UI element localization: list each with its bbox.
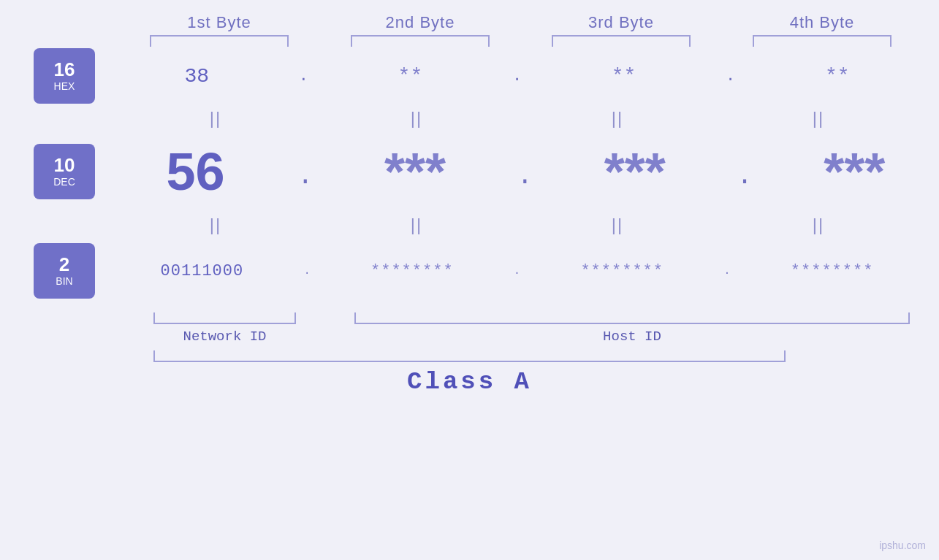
bin-dot-3: . xyxy=(724,265,730,277)
eq1-4: || xyxy=(718,108,919,129)
eq1-3: || xyxy=(517,108,718,129)
eq2-2: || xyxy=(316,215,517,235)
eq-sign-2-2: || xyxy=(411,215,422,235)
dec-dot-3: . xyxy=(737,161,753,202)
byte-headers: 1st Byte 2nd Byte 3rd Byte 4th Byte xyxy=(51,0,939,32)
bin-badge: 2 BIN xyxy=(34,243,95,299)
bin-row: 2 BIN 00111000 . ******** . ******** . *… xyxy=(0,238,939,304)
dec-badge-number: 10 xyxy=(54,156,75,174)
byte-header-2: 2nd Byte xyxy=(320,13,521,32)
full-bracket xyxy=(153,350,786,362)
dec-dot-2: . xyxy=(517,161,533,202)
dec-val-3: *** xyxy=(534,142,735,202)
top-brackets xyxy=(51,35,939,47)
equals-cells-2: || || || || xyxy=(95,215,939,235)
bin-val-4: ******** xyxy=(731,262,932,280)
byte-header-3: 3rd Byte xyxy=(521,13,722,32)
main-container: 1st Byte 2nd Byte 3rd Byte 4th Byte 16 H… xyxy=(0,0,939,560)
bin-badge-number: 2 xyxy=(59,255,69,274)
dec-val-4: *** xyxy=(754,142,939,202)
hex-badge-number: 16 xyxy=(54,60,75,79)
hex-val-1: 38 xyxy=(96,65,297,88)
dec-dot-1: . xyxy=(297,161,313,202)
hex-dot-2: . xyxy=(512,67,522,85)
bin-dot-1: . xyxy=(304,265,310,277)
eq-sign-1-1: || xyxy=(210,108,221,129)
dec-bytes: 56 . *** . *** . *** xyxy=(95,142,939,202)
equals-cells-1: || || || || xyxy=(95,108,939,129)
hex-byte-3: ** xyxy=(523,65,724,88)
eq-sign-1-2: || xyxy=(411,108,422,129)
bin-byte-3: ******** xyxy=(522,262,723,280)
bracket-2 xyxy=(320,35,521,47)
bottom-bracket-lines xyxy=(153,312,939,324)
hex-row: 16 HEX 38 . ** . ** . ** xyxy=(0,47,939,105)
bin-badge-label: BIN xyxy=(56,275,72,287)
class-label: Class A xyxy=(0,368,939,396)
eq1-1: || xyxy=(115,108,316,129)
bin-val-3: ******** xyxy=(522,262,723,280)
dec-byte-2: *** xyxy=(315,142,516,202)
eq1-2: || xyxy=(316,108,517,129)
dec-byte-3: *** xyxy=(534,142,735,202)
byte-header-1: 1st Byte xyxy=(119,13,320,32)
eq-sign-2-3: || xyxy=(612,215,623,235)
hex-dot-3: . xyxy=(726,67,735,85)
eq2-3: || xyxy=(517,215,718,235)
dec-row: 10 DEC 56 . *** . *** . *** xyxy=(0,131,939,212)
eq-sign-1-3: || xyxy=(612,108,623,129)
bin-byte-1: 00111000 xyxy=(102,262,303,280)
bracket-3 xyxy=(521,35,722,47)
hex-val-4: ** xyxy=(737,65,938,88)
bin-byte-2: ******** xyxy=(311,262,512,280)
network-id-label: Network ID xyxy=(153,329,296,345)
hex-dot-1: . xyxy=(299,67,308,85)
dec-badge: 10 DEC xyxy=(34,144,95,199)
dec-badge-label: DEC xyxy=(53,176,75,188)
dec-byte-1: 56 xyxy=(95,142,296,202)
host-bracket-line xyxy=(354,312,910,324)
hex-val-2: ** xyxy=(310,65,511,88)
dec-byte-4: *** xyxy=(754,142,939,202)
host-id-label: Host ID xyxy=(354,329,910,345)
byte-header-4: 4th Byte xyxy=(722,13,923,32)
bracket-4 xyxy=(722,35,923,47)
hex-badge-label: HEX xyxy=(54,80,75,92)
hex-val-3: ** xyxy=(523,65,724,88)
network-bracket-line xyxy=(153,312,296,324)
dec-val-2: *** xyxy=(315,142,516,202)
equals-row-2: || || || || xyxy=(0,212,939,238)
bin-dot-2: . xyxy=(514,265,520,277)
bottom-section: Network ID Host ID Class A xyxy=(0,310,939,396)
eq-sign-2-1: || xyxy=(210,215,221,235)
eq2-1: || xyxy=(115,215,316,235)
eq-sign-2-4: || xyxy=(813,215,824,235)
eq-sign-1-4: || xyxy=(813,108,824,129)
watermark: ipshu.com xyxy=(879,540,926,551)
hex-bytes: 38 . ** . ** . ** xyxy=(95,65,939,88)
hex-byte-4: ** xyxy=(737,65,938,88)
hex-byte-2: ** xyxy=(310,65,511,88)
bin-byte-4: ******** xyxy=(731,262,932,280)
dec-val-1: 56 xyxy=(95,142,296,202)
eq2-4: || xyxy=(718,215,919,235)
bin-bytes: 00111000 . ******** . ******** . *******… xyxy=(95,262,939,280)
equals-row-1: || || || || xyxy=(0,105,939,131)
bin-val-1: 00111000 xyxy=(102,262,303,280)
hex-badge: 16 HEX xyxy=(34,48,95,104)
bin-val-2: ******** xyxy=(311,262,512,280)
hex-byte-1: 38 xyxy=(96,65,297,88)
id-labels: Network ID Host ID xyxy=(153,329,939,345)
bracket-1 xyxy=(119,35,320,47)
